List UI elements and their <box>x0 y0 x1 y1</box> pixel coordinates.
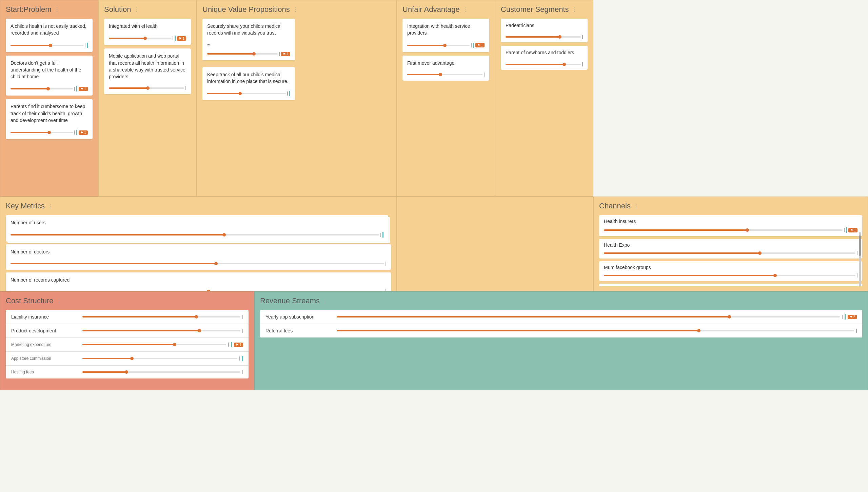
channels-scrollbar[interactable] <box>859 232 861 286</box>
key-metrics-section: Key Metrics ⋮ Number of users <box>0 197 397 291</box>
customer-segment-slider-2[interactable] <box>506 62 583 66</box>
key-metric-slider-1[interactable] <box>11 232 383 238</box>
channel-slider-3[interactable] <box>604 273 857 278</box>
solution-menu-icon[interactable]: ⋮ <box>134 6 139 13</box>
revenue-streams-section: Revenue Streams ⋮ Yearly app subscriptio… <box>254 291 868 390</box>
uvp-vote-1[interactable]: 1 <box>281 52 290 56</box>
customer-segments-section: Customer Segments ⋮ Padeatricians Parent… <box>495 0 593 197</box>
cost-structure-menu-icon[interactable]: ⋮ <box>56 298 62 304</box>
unfair-advantage-menu-icon[interactable]: ⋮ <box>462 6 468 13</box>
uvp-slider-1[interactable]: 1 <box>207 52 290 56</box>
unfair-card-1: Integration with health service provider… <box>402 19 489 52</box>
solution-card-2: Mobile application and web portal that r… <box>104 48 191 94</box>
key-metric-card-2: Number of doctors <box>6 244 391 269</box>
customer-segment-card-1: Padeatricians <box>501 19 588 42</box>
unfair-card-2: First mover advantage <box>402 56 489 81</box>
problem-slider-1[interactable] <box>11 43 88 48</box>
unfair-slider-1[interactable]: 1 <box>407 43 485 48</box>
problem-section: Start:Problem ⋮ A child's health is not … <box>0 0 98 197</box>
solution-vote-1[interactable]: 1 <box>177 36 186 41</box>
cost-vote-3[interactable]: 1 <box>234 343 243 347</box>
unfair-advantage-title: Unfair Advantage ⋮ <box>402 5 489 14</box>
revenue-item-2: Referral fees <box>260 324 862 337</box>
cost-item-3: Marketing expenditure 1 <box>6 338 249 352</box>
solution-card-1: Integrated with eHealth 1 <box>104 19 191 45</box>
customer-segment-card-2: Parent of newborns and toddlers <box>501 46 588 69</box>
customer-segments-menu-icon[interactable]: ⋮ <box>572 6 577 13</box>
problem-slider-3[interactable]: 1 <box>11 130 88 135</box>
problem-vote-2[interactable]: 1 <box>79 87 88 91</box>
solution-section: Solution ⋮ Integrated with eHealth 1 Mob… <box>98 0 197 197</box>
unfair-vote-1[interactable]: 1 <box>475 43 485 47</box>
unfair-slider-2[interactable] <box>407 73 485 77</box>
channels-list: Health insurers 1 Health Expo <box>599 215 862 286</box>
uvp-card-1: Securely share your child's medical reco… <box>202 19 295 60</box>
channel-slider-1[interactable]: 1 <box>604 227 857 233</box>
uvp-title: Unique Value Propositions ⋮ <box>202 5 391 14</box>
channel-item-4: Television advertising <box>599 284 862 286</box>
solution-slider-2[interactable] <box>109 86 186 90</box>
channel-item-1: Health insurers 1 <box>599 215 862 236</box>
key-metric-stack-1: Number of users <box>6 215 388 242</box>
cost-structure-section: Cost Structure ⋮ Liability insurance Pro <box>0 291 254 390</box>
revenue-streams-title: Revenue Streams ⋮ <box>260 296 862 305</box>
solution-title: Solution ⋮ <box>104 5 191 14</box>
cost-structure-title: Cost Structure ⋮ <box>6 296 249 305</box>
problem-title: Start:Problem ⋮ <box>6 5 93 14</box>
problem-menu-icon[interactable]: ⋮ <box>54 6 60 13</box>
cost-item-1: Liability insurance <box>6 310 249 324</box>
unfair-advantage-section: Unfair Advantage ⋮ Integration with heal… <box>397 0 495 197</box>
uvp-bottom-empty <box>397 197 593 291</box>
channel-vote-1[interactable]: 1 <box>848 228 857 232</box>
channels-section: Channels ⋮ Health insurers <box>593 197 868 291</box>
problem-card-1: A child's health is not easily tracked, … <box>6 19 93 52</box>
key-metric-card-3: Number of records captured <box>6 272 391 291</box>
customer-segment-slider-1[interactable] <box>506 35 583 39</box>
customer-segments-title: Customer Segments ⋮ <box>501 5 588 14</box>
key-metrics-title: Key Metrics ⋮ <box>6 202 391 210</box>
key-metric-slider-2[interactable] <box>11 262 386 266</box>
problem-card-3: Parents find it cumbersome to keep track… <box>6 99 93 139</box>
problem-slider-2[interactable]: 1 <box>11 86 88 91</box>
uvp-card-2: Keep track of all our child's medical in… <box>202 67 295 101</box>
problem-card-2: Doctors don't get a full understanding o… <box>6 56 93 96</box>
problem-vote-3[interactable]: 1 <box>79 130 88 135</box>
uvp-section: Unique Value Propositions ⋮ Securely sha… <box>197 0 397 197</box>
key-metrics-menu-icon[interactable]: ⋮ <box>47 203 53 209</box>
channels-title: Channels ⋮ <box>599 202 862 210</box>
cost-item-5: Hosting fees <box>6 366 249 378</box>
channel-slider-2[interactable] <box>604 251 857 255</box>
cost-item-2: Product development <box>6 324 249 338</box>
channel-item-2: Health Expo <box>599 239 862 259</box>
revenue-vote-1[interactable]: 2 <box>848 315 857 319</box>
cost-item-4: App store commission <box>6 352 249 366</box>
revenue-streams-menu-icon[interactable]: ⋮ <box>322 298 328 304</box>
solution-slider-1[interactable]: 1 <box>109 36 186 41</box>
channel-item-3: Mum facebook groups <box>599 261 862 281</box>
channels-menu-icon[interactable]: ⋮ <box>633 203 639 209</box>
uvp-menu-icon[interactable]: ⋮ <box>293 6 298 13</box>
revenue-item-1: Yearly app subscription 2 <box>260 310 862 324</box>
uvp-slider-2[interactable] <box>207 91 290 96</box>
